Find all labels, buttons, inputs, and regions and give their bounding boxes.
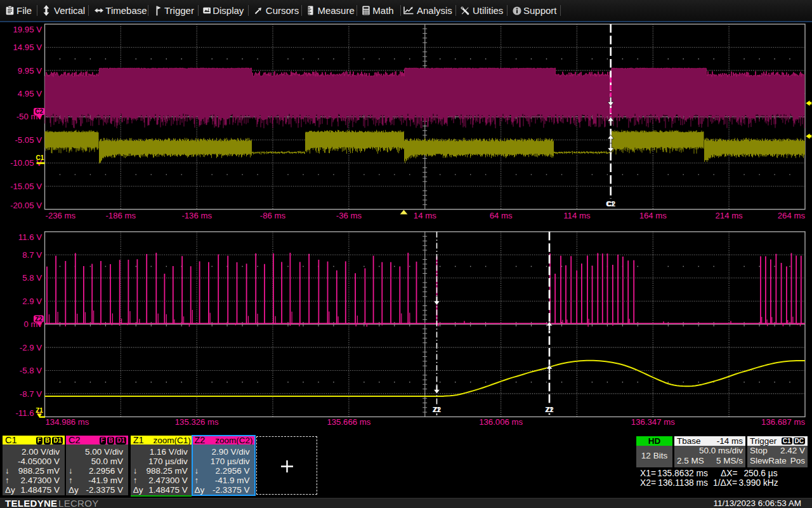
svg-text:Z2: Z2 xyxy=(35,316,43,323)
svg-text:134.986 ms: 134.986 ms xyxy=(46,417,89,427)
svg-text:136.006 ms: 136.006 ms xyxy=(479,417,523,427)
svg-text:214 ms: 214 ms xyxy=(715,211,743,220)
svg-text:-20.05 V: -20.05 V xyxy=(10,201,42,210)
svg-text:C2: C2 xyxy=(607,200,616,208)
svg-text:11.6 V: 11.6 V xyxy=(18,232,42,242)
svg-text:Z2: Z2 xyxy=(546,406,553,413)
svg-text:4.95 V: 4.95 V xyxy=(18,89,42,98)
svg-text:164 ms: 164 ms xyxy=(639,211,667,220)
svg-text:135.326 ms: 135.326 ms xyxy=(175,417,219,427)
svg-text:-186 ms: -186 ms xyxy=(105,211,136,220)
svg-text:5.8 V: 5.8 V xyxy=(22,273,42,283)
svg-text:-236 ms: -236 ms xyxy=(46,211,76,220)
svg-text:Z2: Z2 xyxy=(433,406,441,413)
svg-text:19.95 V: 19.95 V xyxy=(13,25,43,34)
svg-text:9.95 V: 9.95 V xyxy=(18,66,42,76)
svg-text:-86 ms: -86 ms xyxy=(260,211,286,220)
svg-text:114 ms: 114 ms xyxy=(563,211,591,220)
svg-text:C1: C1 xyxy=(36,154,44,161)
svg-text:264 ms: 264 ms xyxy=(778,211,806,220)
svg-text:Z1: Z1 xyxy=(36,407,43,414)
svg-text:14.95 V: 14.95 V xyxy=(13,43,43,52)
svg-text:136.687 ms: 136.687 ms xyxy=(761,417,805,427)
svg-text:-36 ms: -36 ms xyxy=(336,211,362,220)
svg-text:-8.7 V: -8.7 V xyxy=(20,389,42,399)
svg-text:8.7 V: 8.7 V xyxy=(22,250,42,260)
svg-text:14 ms: 14 ms xyxy=(414,211,436,220)
svg-text:-2.9 V: -2.9 V xyxy=(20,343,42,352)
svg-text:136.347 ms: 136.347 ms xyxy=(631,417,675,427)
svg-text:C2: C2 xyxy=(35,108,43,115)
svg-text:135.666 ms: 135.666 ms xyxy=(327,417,370,427)
svg-text:-5.05 V: -5.05 V xyxy=(15,135,42,145)
svg-text:64 ms: 64 ms xyxy=(490,211,513,220)
svg-text:2.9 V: 2.9 V xyxy=(22,297,42,306)
svg-text:-136 ms: -136 ms xyxy=(181,211,212,220)
svg-text:-5.8 V: -5.8 V xyxy=(20,366,42,375)
svg-text:-15.05 V: -15.05 V xyxy=(10,182,42,191)
